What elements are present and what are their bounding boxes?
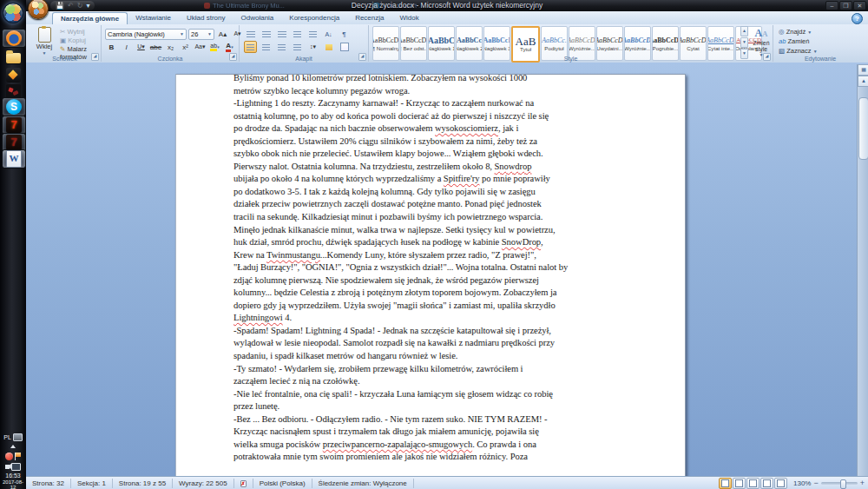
text-line: -Lightning 1 do reszty. Zaczynamy karnaw…: [233, 97, 643, 110]
tab-wstawianie[interactable]: Wstawianie: [128, 11, 179, 24]
italic-button[interactable]: I: [120, 41, 133, 53]
tab-uk-ad-strony[interactable]: Układ strony: [179, 11, 233, 24]
zoom-slider[interactable]: [821, 482, 858, 485]
strikethrough-button[interactable]: abe: [149, 41, 162, 53]
tab-korespondencja[interactable]: Korespondencja: [281, 11, 347, 24]
font-family-combobox[interactable]: Cambria (Nagłówki)▼: [105, 29, 187, 40]
decrease-indent-button[interactable]: [291, 28, 304, 40]
word-icon: W: [6, 150, 22, 168]
help-button[interactable]: ?: [852, 13, 863, 24]
find-button[interactable]: ◎ Znajdź ▼: [779, 28, 818, 36]
replace-button[interactable]: ab Zamień: [779, 37, 818, 45]
zoom-level[interactable]: 130%: [793, 479, 811, 487]
font-size-combobox[interactable]: 26▼: [188, 29, 214, 40]
superscript-button[interactable]: x²: [179, 41, 192, 53]
sort-button[interactable]: A↓: [322, 28, 335, 40]
network-icon[interactable]: [11, 463, 21, 471]
taskbar-item-explorer-icon[interactable]: [2, 50, 24, 67]
multilevel-list-button[interactable]: [275, 28, 288, 40]
align-right-button[interactable]: [275, 41, 288, 53]
status-item[interactable]: Polski (Polska): [253, 479, 312, 488]
taskbar-item-start-orb[interactable]: [2, 3, 24, 23]
view-outline-button[interactable]: [760, 478, 773, 489]
tab-widok[interactable]: Widok: [392, 11, 427, 24]
style-preview: AaBbCcDi: [596, 36, 623, 45]
document-text[interactable]: Byliśmy ponad 10 kilometrów przed lotnis…: [233, 72, 643, 464]
tab-odwo-ania[interactable]: Odwołania: [233, 11, 282, 24]
proofing-status[interactable]: ✗: [234, 479, 253, 488]
font-dialog-launcher[interactable]: ◢: [229, 53, 237, 61]
status-item[interactable]: Wyrazy: 22 505: [173, 479, 234, 488]
show-paragraph-marks-button[interactable]: ¶: [338, 28, 351, 40]
cut-button[interactable]: ✂ Wytnij: [60, 28, 101, 36]
status-item[interactable]: Śledzenie zmian: Wyłączone: [312, 479, 414, 488]
bullets-button[interactable]: [244, 28, 257, 40]
zoom-in-button[interactable]: +: [860, 479, 865, 487]
clipboard-dialog-launcher[interactable]: ◢: [91, 53, 99, 61]
text-line: huk dział, smród prochu, dźwięk spadając…: [233, 236, 643, 249]
highlight-color-button[interactable]: ab▾: [208, 41, 221, 53]
style-name: Tytuł: [520, 46, 531, 52]
view-web-layout-button[interactable]: [746, 478, 760, 489]
styles-gallery-scroll[interactable]: ▲▼▼: [740, 26, 748, 59]
taskbar-item-skype-icon[interactable]: S: [2, 97, 26, 116]
taskbar-item-antivirus-icon[interactable]: [2, 66, 24, 83]
numbering-button[interactable]: [260, 28, 273, 40]
bold-button[interactable]: B: [105, 41, 118, 53]
gallery-up-arrow: ▲: [740, 26, 748, 36]
scrollbar-thumb[interactable]: [858, 97, 868, 160]
tab-narz-dzia-g-wne[interactable]: Narzędzia główne: [52, 12, 128, 25]
minimize-button[interactable]: –: [825, 1, 838, 10]
increase-indent-button[interactable]: [306, 28, 319, 40]
view-fullscreen-reading-button[interactable]: [733, 478, 746, 489]
shading-button[interactable]: [322, 41, 335, 53]
document-page[interactable]: Byliśmy ponad 10 kilometrów przed lotnis…: [175, 74, 686, 476]
text-line: -Nie leć frontalnie, ona cię spali! - kr…: [233, 388, 643, 401]
styles-dialog-launcher[interactable]: ◢: [763, 53, 771, 61]
justify-button[interactable]: [291, 41, 304, 53]
subscript-button[interactable]: x₂: [164, 41, 177, 53]
status-item[interactable]: Strona: 19 z 55: [113, 479, 173, 488]
tab-recenzja[interactable]: Recenzja: [347, 11, 391, 24]
red-app-icon: [6, 84, 21, 99]
vertical-scrollbar[interactable]: ▦ ▲: [857, 64, 868, 476]
text-line: Krzycząc nacisnąłem spust i trzymałem ta…: [233, 426, 643, 439]
clock-date[interactable]: 2017-08-12: [0, 479, 26, 489]
taskbar-item-firefox-icon[interactable]: [2, 29, 26, 48]
change-case-button[interactable]: Aa▾: [194, 41, 207, 53]
paste-button[interactable]: Wklej ▼: [31, 27, 57, 56]
status-item[interactable]: Strona: 32: [26, 479, 71, 488]
align-left-button[interactable]: [244, 41, 257, 53]
volume-icon[interactable]: [5, 465, 10, 469]
line-spacing-button[interactable]: ↕▾: [306, 41, 319, 53]
paragraph-dialog-launcher[interactable]: ◢: [358, 53, 366, 61]
language-indicator[interactable]: PL: [3, 434, 11, 440]
misspelled-word: przeciwpancerno-zapalająco-smugowych: [323, 439, 472, 449]
show-hidden-icons-arrow[interactable]: [10, 445, 16, 448]
copy-button[interactable]: ▣ Kopiuj: [60, 36, 101, 44]
view-draft-button[interactable]: [774, 478, 787, 489]
explorer-icon: [6, 53, 21, 63]
maximize-button[interactable]: ❐: [839, 1, 852, 10]
select-button[interactable]: ▧ Zaznacz ▼: [779, 47, 818, 55]
notifier-icon[interactable]: [5, 453, 13, 460]
zoom-slider-thumb[interactable]: [840, 479, 846, 489]
status-bar: Strona: 32Sekcja: 1Strona: 19 z 55Wyrazy…: [26, 476, 868, 489]
misspelled-word: Snowdrop: [495, 162, 532, 171]
font-color-button[interactable]: A▾: [223, 41, 236, 53]
taskbar-item-game-7-icon[interactable]: 7: [2, 116, 26, 135]
scroll-up-arrow[interactable]: ▲: [858, 76, 868, 87]
underline-button[interactable]: U▾: [135, 41, 148, 53]
style-preview: AaBbCcDi: [707, 36, 734, 45]
ruler-toggle-button[interactable]: ▦: [858, 64, 868, 76]
keyboard-icon[interactable]: [13, 433, 23, 441]
zoom-out-button[interactable]: −: [813, 479, 818, 487]
action-center-flag-icon[interactable]: [15, 453, 22, 460]
borders-button[interactable]: [338, 41, 351, 53]
status-item[interactable]: Sekcja: 1: [71, 479, 113, 488]
grow-font-button[interactable]: A▴: [216, 28, 229, 40]
taskbar-item-word-icon[interactable]: W: [2, 149, 26, 169]
align-center-button[interactable]: [260, 41, 273, 53]
close-button[interactable]: ✕: [853, 1, 866, 10]
view-print-layout-button[interactable]: [719, 478, 732, 489]
